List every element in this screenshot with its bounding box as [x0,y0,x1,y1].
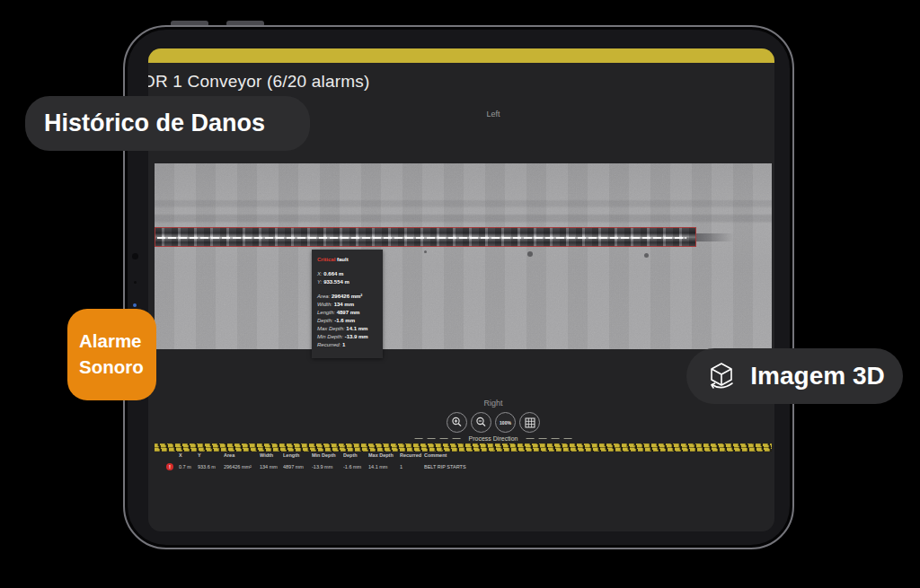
column-header: Recurred [400,452,424,458]
process-direction-row: Process Direction [415,435,572,442]
scan-speck [644,253,649,258]
camera-dot [132,253,138,259]
rip-fade-tail [696,233,734,241]
grid-icon [525,417,535,428]
direction-dashes [526,438,571,440]
direction-dash [415,438,423,440]
direction-dash [563,438,571,440]
column-header: Area [224,452,260,458]
tooltip-row: Depth: -1.6 mm [317,317,377,325]
belt-rip-line [157,237,686,239]
top-view-label: Left [486,110,500,118]
camera-dot [134,281,137,284]
callout-sound-alarm-label: Alarme Sonoro [79,329,144,380]
table-cell: 933.6 m [198,464,224,470]
column-header: X [179,452,198,458]
callout-image-3d-label: Imagem 3D [750,362,884,391]
severity-text: Critical [317,257,335,262]
column-header: Min Depth [312,452,343,458]
fault-severity-title: Critical fault [317,256,377,264]
row-icon-cell: ! [166,463,179,470]
process-direction-label: Process Direction [469,435,518,442]
table-cell: -13.9 mm [312,464,343,470]
tooltip-row: X: 0.664 m [317,270,377,278]
grid-view-button[interactable] [519,412,540,433]
direction-dash [428,438,436,440]
table-cell: -1.6 mm [343,464,368,470]
tooltip-row: Area: 296426 mm² [317,293,377,301]
column-header: Length [283,452,312,458]
belt-hazard-strip [155,443,772,452]
tooltip-row: Y: 933.554 m [317,278,377,286]
column-header: Width [260,452,283,458]
tooltip-position-group: X: 0.664 mY: 933.554 m [317,270,377,286]
column-header: Y [198,452,224,458]
table-cell: 14.1 mm [368,464,400,470]
scan-speck [424,250,427,253]
app-accent-bar [148,48,774,63]
belt-scan-viewport[interactable] [155,163,772,349]
viewer-controls: 100% [447,412,540,433]
cube-3d-icon [704,359,739,393]
zoom-reset-button[interactable]: 100% [495,412,516,433]
zoom-in-button[interactable] [447,412,467,433]
fault-bounding-box[interactable] [155,227,696,247]
tooltip-metrics-group: Area: 296426 mm²Width: 134 mmLength: 489… [317,293,377,349]
zoom-out-icon [475,417,487,428]
severity-suffix: fault [335,257,348,262]
column-header: Comment [424,452,505,458]
scan-noise-overlay [155,163,772,349]
bottom-view-label: Right [483,399,502,408]
tooltip-row: Length: 4897 mm [317,309,377,317]
critical-alarm-icon: ! [166,463,173,470]
zoom-out-button[interactable] [471,412,491,433]
callout-sound-alarm: Alarme Sonoro [67,309,156,400]
table-cell: BELT RIP STARTS [424,464,505,470]
alarm-table-header: XYAreaWidthLengthMin DepthDepthMax Depth… [166,452,505,458]
camera-lens [133,303,137,307]
direction-dash [538,438,546,440]
fault-tooltip: Critical fault X: 0.664 mY: 933.554 m Ar… [312,250,383,358]
zoom-in-icon [451,417,463,428]
table-cell: 0.7 m [179,464,198,470]
callout-image-3d: Imagem 3D [686,348,903,404]
direction-dash [440,438,448,440]
table-cell: 134 mm [260,464,283,470]
tooltip-row: Min Depth: -13.9 mm [317,333,377,341]
callout-damage-history: Histórico de Danos [25,96,310,151]
page-title: DR 1 Conveyor (6/20 alarms) [148,72,369,92]
direction-dashes [415,438,461,440]
table-cell: 4897 mm [283,464,312,470]
alarm-table-row[interactable]: ! 0.7 m933.6 m296426 mm²134 mm4897 mm-13… [166,463,505,470]
table-cell: 1 [400,464,424,470]
column-header: Depth [343,452,368,458]
sound-alarm-line1: Alarme [79,330,142,351]
table-cell: 296426 mm² [224,464,260,470]
direction-dash [551,438,559,440]
scan-speck [527,251,533,257]
tooltip-row: Width: 134 mm [317,301,377,309]
callout-damage-history-label: Histórico de Danos [44,110,265,137]
zoom-level-value: 100% [500,420,511,426]
tooltip-row: Max Depth: 14.1 mm [317,325,377,333]
tooltip-row: Recurred: 1 [317,341,377,349]
column-header: Max Depth [368,452,400,458]
direction-dash [526,438,534,440]
sound-alarm-line2: Sonoro [79,356,144,377]
direction-dash [453,438,461,440]
